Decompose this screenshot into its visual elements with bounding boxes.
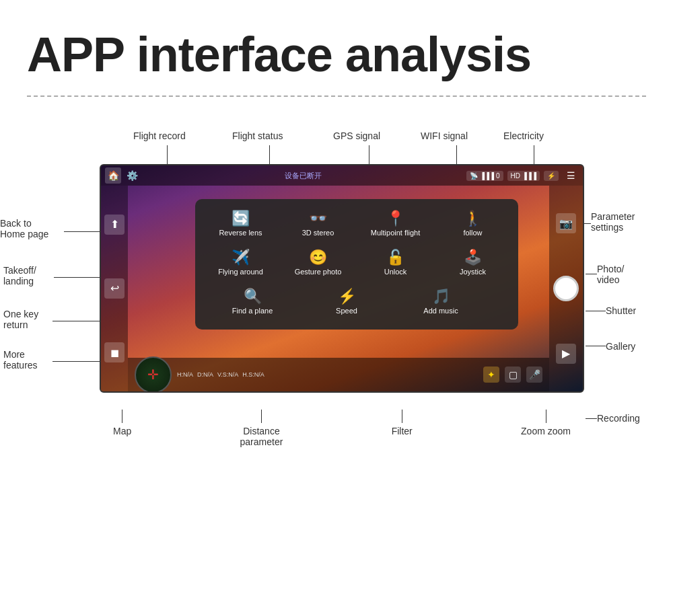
bottom-bar: ✛ H:N/A D:N/A V.S:N/A H.S:N/A ✦ ▢ 🎤 [128, 358, 549, 391]
device-status: 设备已断开 [143, 171, 464, 181]
follow-icon: 🚶 [464, 211, 482, 226]
label-gps-signal: GPS signal [333, 130, 380, 141]
gallery-btn[interactable]: ▶ [556, 344, 576, 364]
label-wifi-signal: WIFI signal [421, 130, 468, 141]
line-map [122, 410, 122, 423]
popup-find-plane[interactable]: 🔍 Find a plane [215, 284, 289, 320]
page-title: APP interface analysis [0, 0, 673, 95]
main-content: 🔄 Reverse lens 👓 3D stereo 📍 Multipoint … [128, 186, 549, 358]
popup-menu: 🔄 Reverse lens 👓 3D stereo 📍 Multipoint … [195, 199, 518, 330]
unlock-label: Unlock [384, 268, 407, 276]
add-music-icon: 🎵 [432, 289, 450, 304]
label-shutter: Shutter [606, 305, 636, 316]
label-distance-param: Distanceparameter [240, 410, 283, 447]
battery-display: ⚡ [544, 171, 559, 181]
divider [27, 95, 646, 97]
speed-icon: ⚡ [338, 289, 356, 304]
compass-arrow: ✛ [147, 367, 159, 383]
line-flight-record [167, 145, 168, 165]
popup-follow[interactable]: 🚶 follow [436, 206, 510, 242]
label-takeoff: Takeoff/landing [3, 265, 36, 286]
label-param-settings: Parametersettings [591, 211, 635, 233]
line-wifi-signal [456, 145, 457, 165]
line-flight-status [269, 145, 270, 165]
multipoint-icon: 📍 [386, 211, 404, 226]
menu-icon[interactable]: ☰ [563, 167, 579, 184]
popup-row-3: 🔍 Find a plane ⚡ Speed 🎵 Add music [202, 284, 511, 320]
popup-gesture-photo[interactable]: 😊 Gesture photo [281, 245, 355, 281]
line-back-home [64, 231, 100, 232]
label-zoom: Zoom zoom [521, 410, 571, 447]
map-compass: ✛ [135, 356, 172, 393]
more-btn[interactable]: ◼ [104, 342, 125, 362]
find-plane-icon: 🔍 [244, 289, 262, 304]
label-gallery: Gallery [606, 341, 635, 352]
phone-screen: 🏠 ⚙️ 设备已断开 📡 ▐▐▐ 0 HD ▐▐▐ ⚡ ☰ ⬆ ↩ ◼ 📷 [100, 164, 584, 393]
popup-unlock[interactable]: 🔓 Unlock [359, 245, 433, 281]
label-flight-status: Flight status [232, 130, 283, 141]
line-electricity [534, 145, 534, 165]
flash-icon[interactable]: ✦ [483, 367, 499, 383]
popup-row-2: ✈️ Flying around 😊 Gesture photo 🔓 Unloc… [202, 245, 511, 281]
label-more-features: Morefeatures [3, 349, 38, 371]
popup-row-1: 🔄 Reverse lens 👓 3D stereo 📍 Multipoint … [202, 206, 511, 242]
line-recording [586, 418, 597, 419]
right-sidebar: 📷 ▶ [549, 186, 583, 391]
speed-label: Speed [336, 307, 357, 315]
label-photo-video: Photo/video [597, 264, 624, 285]
reverse-lens-label: Reverse lens [219, 229, 262, 237]
telemetry-values: H:N/A D:N/A V.S:N/A H.S:N/A [177, 371, 264, 378]
flying-around-label: Flying around [218, 268, 263, 276]
gps-signal-display: 📡 ▐▐▐ 0 [466, 171, 503, 181]
return-btn[interactable]: ↩ [104, 278, 125, 299]
diagram-area: Flight record Flight status GPS signal W… [0, 124, 673, 581]
popup-joystick[interactable]: 🕹️ Joystick [436, 245, 510, 281]
label-electricity: Electricity [503, 130, 544, 141]
mic-icon[interactable]: 🎤 [526, 367, 542, 383]
photo-video-btn[interactable]: 📷 [556, 213, 576, 233]
label-flight-record: Flight record [133, 130, 186, 141]
reverse-lens-icon: 🔄 [232, 211, 250, 226]
line-gps-signal [369, 145, 369, 165]
line-one-key [52, 321, 100, 321]
3d-stereo-label: 3D stereo [302, 229, 334, 237]
gesture-photo-label: Gesture photo [295, 268, 342, 276]
settings-icon[interactable]: ⚙️ [124, 167, 140, 184]
line-photo-video [586, 274, 597, 274]
shutter-btn[interactable] [553, 276, 579, 301]
label-filter: Filter [392, 410, 413, 447]
popup-multipoint[interactable]: 📍 Multipoint flight [359, 206, 433, 242]
home-icon[interactable]: 🏠 [105, 167, 121, 184]
bottom-labels-row: Map Distanceparameter Filter Zoom zoom [100, 399, 584, 447]
add-music-label: Add music [423, 307, 458, 315]
line-gallery [586, 346, 606, 346]
line-more-features [52, 361, 100, 362]
line-distance [261, 410, 262, 423]
popup-add-music[interactable]: 🎵 Add music [404, 284, 478, 320]
unlock-icon: 🔓 [386, 250, 404, 265]
frame-icon[interactable]: ▢ [505, 367, 521, 383]
line-zoom [546, 410, 546, 423]
label-map: Map [113, 410, 131, 447]
popup-flying-around[interactable]: ✈️ Flying around [204, 245, 278, 281]
hs-value: H.S:N/A [242, 371, 264, 378]
line-shutter [586, 311, 606, 311]
page-container: APP interface analysis Flight record Fli… [0, 0, 673, 581]
takeoff-btn[interactable]: ⬆ [104, 215, 125, 235]
left-sidebar: ⬆ ↩ ◼ [101, 186, 128, 391]
top-bar: 🏠 ⚙️ 设备已断开 📡 ▐▐▐ 0 HD ▐▐▐ ⚡ ☰ [101, 165, 583, 186]
vs-value: V.S:N/A [217, 371, 238, 378]
follow-label: follow [463, 229, 482, 237]
h-value: H:N/A [177, 371, 193, 378]
telemetry-section: ✛ H:N/A D:N/A V.S:N/A H.S:N/A [135, 356, 264, 393]
popup-3d-stereo[interactable]: 👓 3D stereo [281, 206, 355, 242]
label-recording: Recording [597, 413, 640, 424]
line-param-settings [584, 223, 591, 224]
label-back-home: Back toHome page [0, 218, 48, 239]
line-takeoff [54, 277, 100, 278]
label-one-key: One keyreturn [3, 309, 38, 330]
find-plane-label: Find a plane [232, 307, 273, 315]
popup-speed[interactable]: ⚡ Speed [310, 284, 384, 320]
popup-reverse-lens[interactable]: 🔄 Reverse lens [204, 206, 278, 242]
d-value: D:N/A [197, 371, 213, 378]
